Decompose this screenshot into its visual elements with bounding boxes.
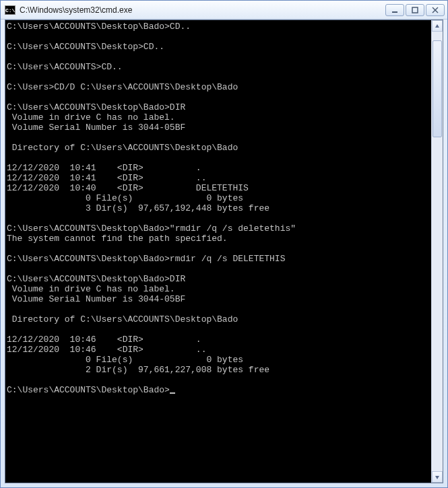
console-line: C:\Users\ACCOUNTS\Desktop\Bado>DIR xyxy=(7,102,185,112)
console-line: 12/12/2020 10:41 <DIR> . xyxy=(7,163,201,173)
chevron-down-icon xyxy=(435,475,440,480)
console-output[interactable]: C:\Users\ACCOUNTS\Desktop\Bado>CD.. C:\U… xyxy=(5,20,431,483)
close-icon xyxy=(432,7,439,13)
console-line: 12/12/2020 10:41 <DIR> .. xyxy=(7,173,206,183)
console-line: Volume in drive C has no label. xyxy=(7,284,175,294)
scroll-thumb[interactable] xyxy=(433,40,442,137)
scroll-track[interactable] xyxy=(432,32,443,471)
svg-rect-0 xyxy=(392,11,397,13)
console-line: 3 Dir(s) 97,657,192,448 bytes free xyxy=(7,203,269,213)
console-line: 2 Dir(s) 97,661,227,008 bytes free xyxy=(7,365,269,375)
cmd-window: C:\ C:\Windows\system32\cmd.exe C:\U xyxy=(0,0,448,488)
console-line: Directory of C:\Users\ACCOUNTS\Desktop\B… xyxy=(7,143,238,153)
console-line: Volume Serial Number is 3044-05BF xyxy=(7,294,185,304)
scroll-down-button[interactable] xyxy=(432,471,443,483)
console-line: 12/12/2020 10:40 <DIR> DELETETHIS xyxy=(7,183,249,193)
window-title: C:\Windows\system32\cmd.exe xyxy=(20,5,385,15)
maximize-icon xyxy=(412,7,418,13)
console-line: 0 File(s) 0 bytes xyxy=(7,193,243,203)
console-line: 0 File(s) 0 bytes xyxy=(7,355,243,365)
console-line: 12/12/2020 10:46 <DIR> . xyxy=(7,335,201,345)
console-line: C:\Users\ACCOUNTS>CD.. xyxy=(7,62,123,72)
console-line: C:\Users\ACCOUNTS\Desktop\Bado>rmdir /q … xyxy=(7,254,285,264)
titlebar[interactable]: C:\ C:\Windows\system32\cmd.exe xyxy=(1,1,447,20)
console-line: C:\Users\ACCOUNTS\Desktop>CD.. xyxy=(7,42,164,52)
vertical-scrollbar[interactable] xyxy=(431,20,443,483)
console-line: Directory of C:\Users\ACCOUNTS\Desktop\B… xyxy=(7,314,238,324)
chevron-up-icon xyxy=(435,24,440,29)
svg-marker-4 xyxy=(435,24,439,28)
console-line: C:\Users\ACCOUNTS\Desktop\Bado>CD.. xyxy=(7,22,191,32)
console-line: C:\Users\ACCOUNTS\Desktop\Bado> xyxy=(7,385,170,395)
console-line: C:\Users>CD/D C:\Users\ACCOUNTS\Desktop\… xyxy=(7,82,238,92)
close-button[interactable] xyxy=(426,4,445,16)
svg-rect-1 xyxy=(412,7,418,13)
window-buttons xyxy=(385,4,445,16)
console-line: Volume Serial Number is 3044-05BF xyxy=(7,123,185,133)
minimize-icon xyxy=(391,7,398,13)
maximize-button[interactable] xyxy=(406,4,424,16)
console-line: 12/12/2020 10:46 <DIR> .. xyxy=(7,345,206,355)
console-line: Volume in drive C has no label. xyxy=(7,112,175,123)
console-line: C:\Users\ACCOUNTS\Desktop\Bado>DIR xyxy=(7,274,185,284)
svg-marker-5 xyxy=(435,476,439,479)
client-area: C:\Users\ACCOUNTS\Desktop\Bado>CD.. C:\U… xyxy=(5,20,443,483)
scroll-up-button[interactable] xyxy=(432,20,443,32)
console-line: The system cannot find the path specifie… xyxy=(7,234,228,244)
text-cursor xyxy=(170,392,175,394)
cmd-icon: C:\ xyxy=(5,5,15,15)
minimize-button[interactable] xyxy=(385,4,404,16)
console-line: C:\Users\ACCOUNTS\Desktop\Bado>"rmdir /q… xyxy=(7,223,296,234)
